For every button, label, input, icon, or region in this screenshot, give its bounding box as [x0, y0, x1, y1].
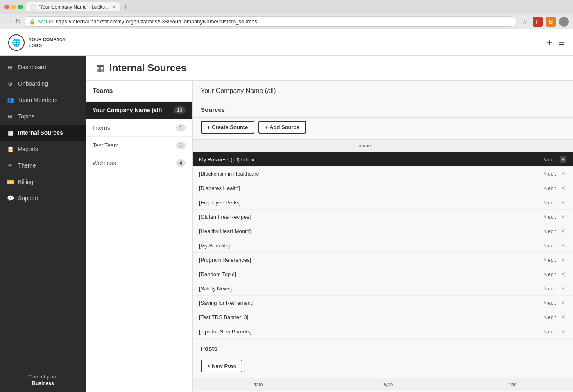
- sidebar-item-reports-label: Reports: [18, 146, 38, 152]
- browser-close-dot[interactable]: [4, 5, 9, 9]
- edit-icon: ✎: [544, 229, 547, 234]
- sources-table: name My Business (all) Inbox ✎edit ✕: [193, 139, 573, 339]
- browser-dots: [4, 5, 23, 9]
- edit-link[interactable]: edit: [548, 171, 556, 177]
- delete-btn[interactable]: ✕: [560, 271, 566, 277]
- extension-btn-2[interactable]: B: [546, 17, 556, 27]
- team-name-interns: Interns: [93, 125, 110, 131]
- create-source-btn[interactable]: + Create Source: [201, 121, 254, 134]
- team-name-test-team: Test Team: [93, 142, 119, 149]
- sidebar-item-billing[interactable]: 💳 Billing: [0, 174, 86, 190]
- table-row[interactable]: My Business (all) Inbox ✎edit ✕: [193, 152, 573, 167]
- edit-icon: ✎: [544, 286, 547, 291]
- sources-table-body: My Business (all) Inbox ✎edit ✕ [Blockch…: [193, 152, 573, 339]
- team-item-all[interactable]: Your Company Name (all) 13: [86, 102, 192, 119]
- browser-forward-btn[interactable]: ›: [9, 18, 11, 25]
- team-item-interns[interactable]: Interns 1: [86, 119, 192, 137]
- browser-minimize-dot[interactable]: [11, 5, 16, 9]
- edit-link[interactable]: edit: [548, 186, 556, 191]
- browser-url-bar[interactable]: 🔒 Secure https://internal.backstit.ch/my…: [24, 16, 516, 27]
- table-row[interactable]: [Program References] ✎edit ✕: [193, 253, 573, 267]
- edit-link[interactable]: edit: [548, 214, 556, 220]
- sidebar-item-internal-sources[interactable]: ▦ Internal Sources: [0, 125, 86, 141]
- edit-link[interactable]: edit: [548, 272, 556, 277]
- source-actions: ✎edit ✕: [537, 281, 573, 296]
- edit-link[interactable]: edit: [548, 200, 556, 206]
- edit-link[interactable]: edit: [548, 243, 556, 249]
- edit-link[interactable]: edit: [548, 300, 556, 306]
- source-actions: ✎edit ✕: [537, 181, 573, 195]
- delete-btn[interactable]: ✕: [560, 185, 566, 191]
- table-row[interactable]: [Blockchain in Healthcare] ✎edit ✕: [193, 167, 573, 181]
- delete-btn[interactable]: ✕: [560, 213, 566, 220]
- team-count-test-team: 1: [176, 142, 186, 149]
- delete-btn[interactable]: ✕: [560, 156, 566, 163]
- sidebar-item-onboarding[interactable]: ⊕ Onboarding: [0, 75, 86, 92]
- table-row[interactable]: [Saving for Retirement] ✎edit ✕: [193, 296, 573, 310]
- delete-btn[interactable]: ✕: [560, 256, 566, 263]
- delete-btn[interactable]: ✕: [560, 314, 566, 320]
- browser-maximize-dot[interactable]: [18, 5, 23, 9]
- browser-refresh-btn[interactable]: ↻: [15, 18, 20, 25]
- bookmark-btn[interactable]: ☆: [520, 17, 530, 27]
- edit-icon: ✎: [544, 329, 547, 334]
- browser-titlebar: 📄 'Your Company Name' - backs… ✕ +: [0, 0, 573, 14]
- browser-tab[interactable]: 📄 'Your Company Name' - backs… ✕: [26, 2, 120, 11]
- header-plus-btn[interactable]: +: [547, 37, 553, 48]
- source-actions: ✎edit ✕: [537, 267, 573, 281]
- edit-icon: ✎: [544, 315, 547, 320]
- delete-btn[interactable]: ✕: [560, 228, 566, 234]
- current-plan-label: Current plan:: [29, 374, 57, 380]
- table-row[interactable]: [My Benefits] ✎edit ✕: [193, 238, 573, 253]
- sidebar-item-dashboard[interactable]: ⊞ Dashboard: [0, 59, 86, 75]
- sidebar-item-topics-label: Topics: [18, 113, 34, 120]
- add-source-btn[interactable]: + Add Source: [258, 121, 306, 134]
- table-row[interactable]: [Safety News] ✎edit ✕: [193, 281, 573, 296]
- delete-btn[interactable]: ✕: [560, 242, 566, 249]
- extension-btn-1[interactable]: P: [533, 17, 543, 27]
- sidebar-item-team-members-label: Team Members: [18, 97, 57, 103]
- user-avatar[interactable]: [559, 17, 569, 27]
- sidebar-item-theme[interactable]: ✏ Theme: [0, 157, 86, 174]
- team-item-wellness[interactable]: Wellness 4: [86, 154, 192, 172]
- sidebar-item-team-members[interactable]: 👥 Team Members: [0, 92, 86, 108]
- team-item-test-team[interactable]: Test Team 1: [86, 137, 192, 154]
- teams-panel: Teams Your Company Name (all) 13 Interns…: [86, 81, 193, 392]
- source-name: [Saving for Retirement]: [193, 296, 537, 310]
- edit-link[interactable]: edit: [548, 315, 556, 320]
- table-row[interactable]: [Test TRS Banner_3] ✎edit ✕: [193, 310, 573, 324]
- table-row[interactable]: [Random Topic] ✎edit ✕: [193, 267, 573, 281]
- tab-close-btn[interactable]: ✕: [112, 5, 116, 10]
- source-name: [Tips for New Parents]: [193, 324, 537, 339]
- table-row[interactable]: [Diabetes Health] ✎edit ✕: [193, 181, 573, 195]
- browser-back-btn[interactable]: ‹: [4, 18, 6, 25]
- sidebar-item-topics[interactable]: ⊞ Topics: [0, 108, 86, 125]
- edit-link[interactable]: edit: [548, 257, 556, 263]
- secure-label: Secure: [38, 19, 53, 25]
- support-icon: 💬: [7, 195, 14, 202]
- edit-link[interactable]: edit: [548, 229, 556, 234]
- table-row[interactable]: [Healthy Heart Month] ✎edit ✕: [193, 224, 573, 238]
- table-row[interactable]: [Employee Perks] ✎edit ✕: [193, 195, 573, 210]
- posts-table-header-title: title: [453, 378, 573, 391]
- delete-btn[interactable]: ✕: [560, 170, 566, 177]
- edit-link[interactable]: edit: [548, 157, 556, 163]
- delete-btn[interactable]: ✕: [560, 299, 566, 306]
- source-name: My Business (all) Inbox: [193, 152, 537, 167]
- delete-btn[interactable]: ✕: [560, 285, 566, 292]
- sidebar-item-support[interactable]: 💬 Support: [0, 190, 86, 206]
- delete-btn[interactable]: ✕: [560, 199, 566, 206]
- source-actions: ✎edit ✕: [537, 152, 573, 167]
- billing-icon: 💳: [7, 179, 14, 185]
- source-name: [Safety News]: [193, 281, 537, 296]
- table-row[interactable]: [Tips for New Parents] ✎edit ✕: [193, 324, 573, 339]
- sidebar-item-reports[interactable]: 📋 Reports: [0, 141, 86, 157]
- new-post-btn[interactable]: + New Post: [201, 360, 242, 372]
- edit-link[interactable]: edit: [548, 286, 556, 292]
- table-row[interactable]: [Gluten Free Recipes] ✎edit ✕: [193, 210, 573, 224]
- header-menu-btn[interactable]: ≡: [559, 37, 565, 48]
- delete-btn[interactable]: ✕: [560, 328, 566, 335]
- team-count-interns: 1: [176, 124, 186, 131]
- new-tab-btn[interactable]: +: [123, 3, 128, 11]
- edit-link[interactable]: edit: [548, 329, 556, 335]
